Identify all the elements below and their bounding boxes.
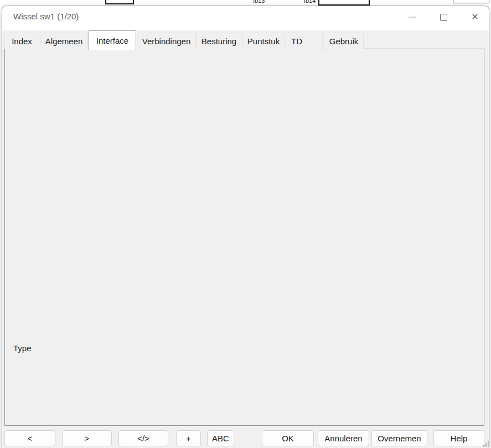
tab-interface[interactable]: Interface <box>89 30 136 50</box>
close-button[interactable]: ✕ <box>467 9 483 25</box>
tab-besturing[interactable]: Besturing <box>197 33 241 49</box>
tab-label: Algemeen <box>45 37 83 46</box>
cancel-button[interactable]: Annuleren <box>318 430 369 446</box>
resize-grip-icon <box>483 440 489 447</box>
button-label: + <box>186 434 191 443</box>
help-button[interactable]: Help <box>433 430 484 446</box>
button-label: Overnemen <box>378 434 421 443</box>
tab-verbindingen[interactable]: Verbindingen <box>137 33 196 49</box>
type-group-legend: Type <box>11 343 34 353</box>
tab-label: Index <box>12 37 32 46</box>
minimize-button <box>405 9 420 25</box>
button-label: </> <box>137 434 149 443</box>
tab-label: Gebruik <box>329 37 359 46</box>
abc-button[interactable]: ABC <box>207 430 234 446</box>
tab-content-panel <box>4 49 484 426</box>
ok-button[interactable]: OK <box>262 430 314 446</box>
tab-label: TD <box>291 37 302 46</box>
tab-label: Verbindingen <box>142 37 191 46</box>
minimize-icon <box>409 17 416 18</box>
tab-index[interactable]: Index <box>4 33 39 49</box>
prev-button[interactable]: < <box>4 430 55 446</box>
tab-gebruik[interactable]: Gebruik <box>324 33 364 49</box>
background-fragment-box <box>318 0 370 6</box>
button-label: < <box>28 434 33 443</box>
next-button[interactable]: > <box>62 430 112 446</box>
tab-label: Puntstuk <box>247 37 280 46</box>
code-button[interactable]: </> <box>118 430 168 446</box>
resize-grip[interactable] <box>483 440 489 447</box>
tab-td[interactable]: TD <box>286 33 323 49</box>
window-title: Wissel sw1 (1/20) <box>13 12 79 21</box>
tab-label: Interface <box>96 36 128 45</box>
maximize-icon <box>440 14 447 21</box>
screen: fb13 fb14 Wissel sw1 (1/20) ✕ Index Alge… <box>0 0 491 448</box>
button-label: Help <box>451 434 468 443</box>
button-label: OK <box>282 434 294 443</box>
button-label: ABC <box>212 434 229 443</box>
background-fragment-text: fb14 <box>304 0 316 4</box>
apply-button[interactable]: Overnemen <box>371 430 427 446</box>
background-fragment-box <box>453 0 489 3</box>
close-icon: ✕ <box>471 13 478 22</box>
tab-label: Besturing <box>201 37 236 46</box>
button-label: Annuleren <box>324 434 362 443</box>
button-label: > <box>85 434 90 443</box>
add-button[interactable]: + <box>176 430 201 446</box>
maximize-button[interactable] <box>436 9 451 25</box>
background-fragment-text: fb13 <box>253 0 265 4</box>
tab-puntstuk[interactable]: Puntstuk <box>242 33 285 49</box>
background-fragment-box <box>105 0 134 4</box>
tab-algemeen[interactable]: Algemeen <box>40 33 88 49</box>
